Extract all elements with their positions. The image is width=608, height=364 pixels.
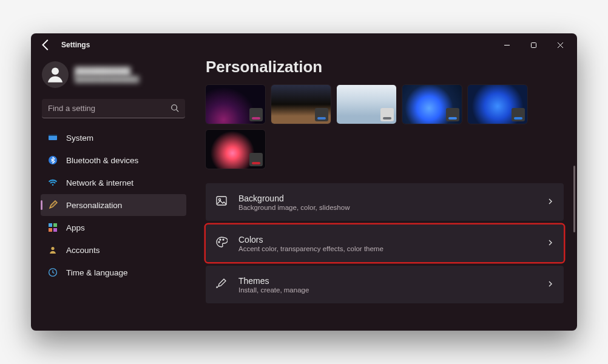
setting-title: Themes: [238, 276, 537, 286]
svg-rect-4: [49, 135, 57, 136]
nav-label: Network & internet: [66, 178, 133, 187]
main-content: Personalization Background Background im…: [194, 56, 577, 331]
setting-row-colors[interactable]: Colors Accent color, transparency effect…: [206, 224, 564, 262]
svg-point-16: [223, 239, 224, 240]
search-input[interactable]: [42, 99, 185, 118]
minimize-button[interactable]: [493, 36, 520, 54]
paintbrush-icon: [48, 200, 58, 210]
profile-block[interactable]: ██████████ ███████████████: [41, 59, 186, 96]
svg-point-1: [52, 67, 59, 75]
sidebar-item-personalization[interactable]: Personalization: [41, 194, 186, 216]
svg-point-10: [51, 247, 54, 250]
setting-subtitle: Install, create, manage: [238, 286, 537, 294]
sidebar-item-accounts[interactable]: Accounts: [41, 239, 186, 261]
nav-label: Apps: [66, 223, 85, 232]
setting-row-themes[interactable]: Themes Install, create, manage: [206, 266, 564, 303]
nav-label: Time & language: [66, 268, 128, 277]
nav-label: System: [66, 133, 93, 143]
theme-preview-5[interactable]: [468, 85, 527, 124]
svg-rect-6: [49, 223, 52, 227]
setting-title: Colors: [238, 235, 537, 244]
back-button[interactable]: [39, 38, 53, 52]
svg-point-2: [172, 105, 177, 110]
sidebar-item-apps[interactable]: Apps: [41, 217, 186, 238]
sidebar-item-time-language[interactable]: Time & language: [41, 261, 186, 283]
svg-rect-9: [53, 228, 57, 232]
avatar: [42, 61, 69, 88]
image-icon: [215, 195, 229, 209]
profile-email: ███████████████: [75, 76, 139, 83]
system-icon: [48, 133, 58, 143]
scrollbar-thumb[interactable]: [573, 166, 575, 232]
theme-preview-3[interactable]: [337, 85, 396, 124]
nav-list: System Bluetooth & devices Network & int…: [41, 127, 186, 283]
theme-preview-6[interactable]: [206, 130, 265, 169]
sidebar-item-bluetooth[interactable]: Bluetooth & devices: [41, 149, 186, 171]
svg-point-15: [220, 239, 221, 240]
maximize-button[interactable]: [520, 36, 547, 54]
theme-preview-1[interactable]: [206, 85, 265, 124]
search-box[interactable]: [42, 99, 185, 118]
chevron-right-icon: [547, 197, 554, 207]
page-heading: Personalization: [206, 58, 564, 76]
chevron-right-icon: [547, 279, 554, 290]
brush-icon: [215, 277, 229, 292]
svg-point-13: [218, 198, 220, 200]
nav-label: Bluetooth & devices: [66, 156, 138, 165]
setting-title: Background: [238, 194, 537, 203]
window-controls: [493, 36, 573, 54]
svg-rect-12: [217, 197, 226, 205]
theme-grid: [206, 85, 564, 169]
svg-rect-8: [49, 228, 52, 232]
bluetooth-icon: [48, 155, 58, 165]
nav-label: Personalization: [66, 201, 122, 210]
search-icon: [171, 104, 179, 112]
chevron-right-icon: [547, 238, 554, 249]
apps-icon: [48, 223, 58, 232]
window-title: Settings: [61, 41, 90, 49]
theme-preview-2[interactable]: [271, 85, 331, 124]
settings-window: Settings ██████████ ███████████████: [31, 33, 577, 331]
profile-name: ██████████: [75, 67, 139, 76]
setting-row-background[interactable]: Background Background image, color, slid…: [206, 183, 564, 221]
theme-preview-4[interactable]: [402, 85, 462, 124]
svg-point-14: [218, 241, 220, 243]
nav-label: Accounts: [66, 246, 100, 255]
palette-icon: [215, 236, 229, 251]
sidebar-item-network[interactable]: Network & internet: [41, 172, 186, 194]
svg-rect-0: [531, 42, 536, 47]
accounts-icon: [48, 245, 58, 255]
setting-subtitle: Background image, color, slideshow: [238, 204, 537, 211]
setting-subtitle: Accent color, transparency effects, colo…: [238, 245, 537, 252]
clock-icon: [48, 268, 58, 277]
titlebar: Settings: [31, 33, 577, 56]
svg-rect-7: [53, 223, 57, 227]
wifi-icon: [48, 178, 58, 187]
sidebar-item-system[interactable]: System: [41, 127, 186, 149]
close-button[interactable]: [547, 36, 573, 54]
sidebar: ██████████ ███████████████ System Blueto…: [31, 56, 194, 331]
